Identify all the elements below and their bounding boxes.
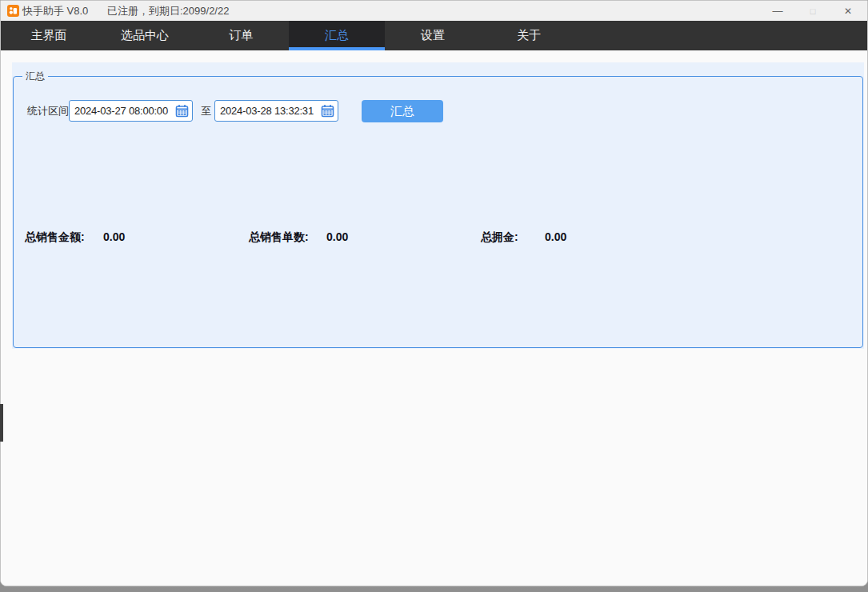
tab-label: 汇总 — [325, 28, 349, 43]
tab-main-interface[interactable]: 主界面 — [1, 21, 97, 50]
range-label: 统计区间: — [27, 100, 72, 122]
tab-product-selection-center[interactable]: 选品中心 — [97, 21, 193, 50]
registration-status: 已注册，到期日:2099/2/22 — [107, 1, 229, 21]
tab-settings[interactable]: 设置 — [385, 21, 481, 50]
tab-label: 主界面 — [31, 28, 67, 43]
calendar-icon[interactable] — [175, 104, 189, 118]
kuaishou-app-icon — [7, 5, 19, 17]
summary-panel-legend: 汇总 — [22, 70, 48, 83]
start-datetime-field[interactable] — [69, 100, 193, 122]
window-controls: — □ ✕ — [760, 1, 866, 21]
tab-label: 选品中心 — [121, 28, 169, 43]
video-camera-icon — [9, 6, 18, 15]
total-sales-amount-value: 0.00 — [103, 230, 125, 243]
total-commission-label: 总拥金: — [481, 230, 518, 245]
maximize-button[interactable]: □ — [795, 1, 830, 21]
total-commission-value: 0.00 — [545, 230, 566, 243]
summarize-button[interactable]: 汇总 — [362, 100, 443, 122]
total-order-count-value: 0.00 — [326, 230, 348, 243]
end-datetime-field[interactable] — [214, 100, 338, 122]
total-sales-amount-label: 总销售金额: — [25, 230, 85, 245]
summary-panel: 汇总 统计区间: — [12, 62, 864, 349]
tab-orders[interactable]: 订单 — [193, 21, 289, 50]
app-window: 快手助手 V8.0 已注册，到期日:2099/2/22 — □ ✕ 主界面 选品… — [0, 0, 868, 586]
to-label: 至 — [201, 100, 211, 122]
content-area: 汇总 统计区间: — [1, 50, 867, 586]
title-bar: 快手助手 V8.0 已注册，到期日:2099/2/22 — □ ✕ — [1, 1, 867, 21]
start-datetime-input[interactable] — [74, 105, 174, 117]
end-datetime-input[interactable] — [220, 105, 319, 117]
tab-label: 设置 — [421, 28, 445, 43]
minimize-button[interactable]: — — [760, 1, 795, 21]
tab-label: 关于 — [517, 28, 541, 43]
calendar-icon[interactable] — [321, 104, 334, 118]
tab-label: 订单 — [229, 28, 253, 43]
totals-row: 总销售金额: 0.00 总销售单数: 0.00 总拥金: 0.00 — [12, 230, 864, 245]
tab-about[interactable]: 关于 — [481, 21, 577, 50]
total-order-count-label: 总销售单数: — [249, 230, 309, 245]
app-title: 快手助手 V8.0 — [22, 1, 88, 21]
close-button[interactable]: ✕ — [830, 1, 866, 21]
tab-summary[interactable]: 汇总 — [289, 21, 385, 50]
date-range-row: 统计区间: 至 — [12, 100, 864, 122]
left-edge-notch — [0, 404, 3, 442]
tab-bar: 主界面 选品中心 订单 汇总 设置 关于 — [1, 21, 867, 50]
